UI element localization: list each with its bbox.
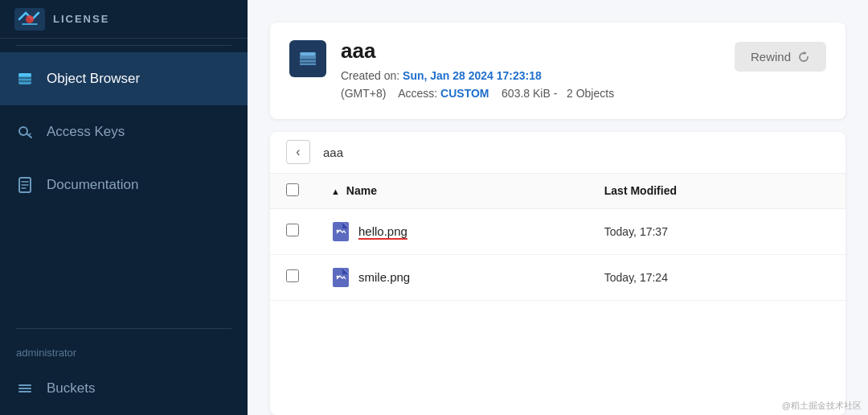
- svg-rect-15: [300, 55, 316, 65]
- timezone: (GMT+8): [341, 87, 386, 100]
- file-table: ▲ Name Last Modified: [270, 174, 845, 301]
- bucket-objects: 2 Objects: [567, 87, 614, 100]
- logo-icon: [14, 8, 45, 31]
- svg-rect-20: [333, 268, 349, 287]
- svg-rect-14: [300, 52, 316, 55]
- sidebar-item-buckets[interactable]: Buckets: [0, 362, 248, 415]
- name-column-label: Name: [346, 184, 377, 197]
- file-name-link[interactable]: hello.png: [358, 224, 407, 238]
- row-checkbox-cell: [270, 208, 315, 254]
- sidebar-item-documentation[interactable]: Documentation: [0, 158, 248, 212]
- file-last-modified: Today, 17:37: [588, 208, 845, 254]
- sidebar-top-divider: [16, 45, 231, 46]
- file-browser: ‹ aaa ▲ Name Last Modified: [270, 132, 845, 415]
- doc-icon: [16, 176, 34, 194]
- row-checkbox-cell: [270, 254, 315, 300]
- file-icon: [331, 266, 350, 289]
- access-label: Access:: [398, 87, 437, 100]
- table-row: smile.png Today, 17:24: [270, 254, 845, 300]
- rewind-button[interactable]: Rewind: [735, 42, 826, 72]
- sidebar-item-object-browser-label: Object Browser: [47, 71, 140, 87]
- sidebar-bottom-divider: [16, 328, 231, 329]
- table-row: hello.png Today, 17:37: [270, 208, 845, 254]
- svg-point-19: [337, 229, 339, 232]
- sidebar-item-buckets-label: Buckets: [47, 380, 95, 397]
- back-button[interactable]: ‹: [286, 140, 310, 164]
- breadcrumb-bar: ‹ aaa: [270, 132, 845, 174]
- list-icon: [16, 380, 34, 397]
- sidebar-item-documentation-label: Documentation: [47, 177, 138, 193]
- svg-rect-18: [333, 222, 349, 241]
- file-name-link[interactable]: smile.png: [358, 270, 410, 284]
- row-checkbox-smile-png[interactable]: [286, 269, 299, 282]
- bucket-type-icon: [289, 40, 326, 77]
- logo-text: LICENSE: [53, 13, 109, 25]
- created-label: Created on:: [341, 69, 399, 82]
- sidebar-item-access-keys[interactable]: Access Keys: [0, 105, 248, 158]
- last-modified-column-header: Last Modified: [588, 174, 845, 209]
- access-value: CUSTOM: [440, 87, 489, 100]
- breadcrumb-path: aaa: [323, 146, 343, 159]
- main-content: aaa Created on: Sun, Jan 28 2024 17:23:1…: [248, 0, 868, 415]
- watermark: @稻土掘金技术社区: [782, 400, 862, 412]
- bucket-size: 603.8 KiB -: [502, 87, 557, 100]
- bucket-name: aaa: [341, 39, 614, 64]
- svg-rect-3: [18, 73, 31, 76]
- back-icon: ‹: [296, 145, 300, 159]
- bucket-info: aaa Created on: Sun, Jan 28 2024 17:23:1…: [341, 39, 614, 103]
- file-name-cell: smile.png: [315, 254, 588, 300]
- bucket-left: aaa Created on: Sun, Jan 28 2024 17:23:1…: [289, 39, 614, 103]
- file-icon: [331, 220, 350, 243]
- name-column-header[interactable]: ▲ Name: [315, 174, 588, 209]
- svg-point-21: [337, 275, 339, 277]
- key-icon: [16, 123, 34, 141]
- user-label: administrator: [0, 335, 248, 362]
- rewind-icon: [797, 51, 810, 64]
- bucket-icon: [16, 70, 34, 88]
- sort-arrow-icon: ▲: [331, 187, 340, 196]
- created-date: Sun, Jan 28 2024 17:23:18: [403, 69, 542, 82]
- svg-point-1: [26, 15, 34, 23]
- file-name-cell: hello.png: [315, 208, 588, 254]
- sidebar-logo: LICENSE: [0, 0, 248, 39]
- rewind-label: Rewind: [751, 50, 791, 64]
- select-all-checkbox[interactable]: [286, 183, 299, 196]
- sidebar: LICENSE Object Browser: [0, 0, 248, 415]
- last-modified-column-label: Last Modified: [604, 184, 677, 197]
- bucket-card: aaa Created on: Sun, Jan 28 2024 17:23:1…: [270, 23, 845, 119]
- file-last-modified: Today, 17:24: [588, 254, 845, 300]
- sidebar-nav: Object Browser Access Keys: [0, 52, 248, 415]
- bucket-meta: Created on: Sun, Jan 28 2024 17:23:18 (G…: [341, 67, 614, 103]
- sidebar-item-object-browser[interactable]: Object Browser: [0, 52, 248, 105]
- select-all-header: [270, 174, 315, 209]
- sidebar-item-access-keys-label: Access Keys: [47, 124, 125, 140]
- row-checkbox-hello-png[interactable]: [286, 224, 299, 236]
